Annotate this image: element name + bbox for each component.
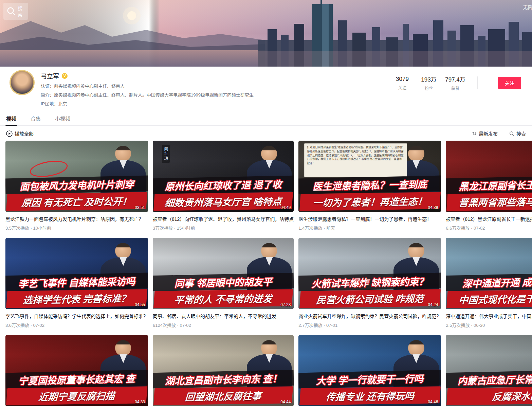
headline-line2: 一切为了患者！再造生态！ xyxy=(299,192,440,211)
video-duration: 04:55 xyxy=(135,302,145,307)
headline-line2: 反腐深水区 xyxy=(446,387,532,406)
headline-line1: 大学 学一行就要干一行吗 xyxy=(298,370,441,389)
video-thumbnail[interactable]: 深中通道开通 成于实干！ 中国式现代化是干出来的！ 03:29 xyxy=(446,238,532,309)
profile-banner: 搜索 无障碍 xyxy=(0,0,532,67)
tab-short-videos[interactable]: 小视频 xyxy=(54,112,71,125)
video-card[interactable]: 大学 学一行就要干一行吗 传播专业 还有得玩吗 04:46 大学报志愿，学一行就… xyxy=(298,335,441,407)
tab-videos[interactable]: 视频 xyxy=(5,112,17,125)
video-thumbnail[interactable]: 宁夏国投原董事长赵其宏 查 近期宁夏反腐扫描 04:33 xyxy=(5,335,148,406)
headline-line1: 医生泄患者隐私？一查到底 xyxy=(298,176,441,194)
video-duration: 03:51 xyxy=(135,205,145,210)
sort-icon xyxy=(472,131,477,136)
search-videos-button[interactable]: 搜索 xyxy=(509,130,526,137)
video-card[interactable]: 向红琼 原州长向红琼收了退 退了收 细数贵州落马女厅官 啥特点 04:49 被查… xyxy=(153,141,294,231)
video-card[interactable]: 李艺飞事件 自媒体能采访吗 选择学生代表 完善标准？ 04:55 李艺飞事件，自… xyxy=(5,238,148,328)
headline-line1: 面包被风力发电机叶片刺穿 xyxy=(5,176,148,194)
video-card[interactable]: 黑龙江原副省长王一新逮捕 晋黑两省那些落马的副部… 04:36 被查者（812）… xyxy=(446,141,532,231)
video-duration: 04:33 xyxy=(135,400,145,404)
video-thumbnail[interactable]: 大学 学一行就要干一行吗 传播专业 还有得玩吗 04:46 xyxy=(298,335,441,406)
headline-line2: 近期宁夏反腐扫描 xyxy=(6,386,147,405)
video-card[interactable]: 面包被风力发电机叶片刺穿 原因 有无死亡 及时公开！ 03:51 黑龙江铁力一面… xyxy=(5,141,148,231)
video-thumbnail[interactable]: 黑龙江原副省长王一新逮捕 晋黑两省那些落马的副部… 04:36 xyxy=(446,141,532,212)
headline-line1: 内蒙古应急厅长常志刚 被查 xyxy=(446,370,532,389)
headline-line1: 同事 邻居眼中的胡友平 xyxy=(153,273,294,291)
profile-name: 弓立军 xyxy=(41,71,59,80)
video-meta: 1.4万次播放 · 前天 xyxy=(298,225,441,231)
headline-line1: 深中通道开通 成于实干！ xyxy=(446,273,532,291)
profile-stats: 3079 关注 193万 粉丝 797.4万 获赞 xyxy=(389,75,469,91)
profile-header: 弓立军 V 认证：前央媒视频内参中心副主任、终审人 简介：原央媒视频内参中心副主… xyxy=(0,67,532,107)
video-card[interactable]: 同事 邻居眼中的胡友平 平常的人 不寻常的迸发 07:23 同事、邻居、友人眼中… xyxy=(153,238,294,328)
video-meta: 3.5万次播放 · 10小时前 xyxy=(5,225,148,231)
sort-latest-button[interactable]: 最新发布 xyxy=(472,130,498,137)
headline-line2: 回望湖北反腐往事 xyxy=(153,387,293,406)
video-title[interactable]: 医生涉嫌泄露患者隐私？一查到底！一切为了患者，再造生态！ xyxy=(298,215,441,222)
video-title[interactable]: 被查者（812）向红琼收了退、退了收，贵州落马女厅官们，啥特点 xyxy=(153,215,294,222)
video-title[interactable]: 黑龙江铁力一面包车被风力发电机叶片刺穿：啥原因，有无死亡？ xyxy=(5,215,148,222)
video-title[interactable]: 同事、邻居、友人眼中的胡友平：平常的人，不寻常的迸发 xyxy=(153,313,294,319)
ip-location-line: IP属地：北京 xyxy=(41,100,389,107)
search-icon xyxy=(509,131,514,136)
stat-following: 3079 关注 xyxy=(389,76,416,90)
video-thumbnail[interactable]: 火箭试车爆炸 缺钢索约束？ 民营火箭公司试验 咋规范 04:24 xyxy=(298,238,441,309)
video-title[interactable]: 深中通道开通：伟大事业成于实干，中国式现代化是干出来的！ xyxy=(446,313,532,319)
headline-line1: 李艺飞事件 自媒体能采访吗 xyxy=(5,273,148,291)
headline-line1: 原州长向红琼收了退 退了收 xyxy=(153,176,294,194)
verified-badge-icon: V xyxy=(62,73,68,79)
video-duration: 04:39 xyxy=(428,205,438,210)
video-card[interactable]: 深中通道开通 成于实干！ 中国式现代化是干出来的！ 03:29 深中通道开通：伟… xyxy=(446,238,532,328)
stats-divider xyxy=(477,76,478,89)
video-thumbnail[interactable]: 针对近日网传孙某新医生“泄露患者隐私”的问题，我院采取如下措施：1、立即暂停孙某… xyxy=(298,141,441,212)
video-card[interactable]: 针对近日网传孙某新医生“泄露患者隐私”的问题，我院采取如下措施：1、立即暂停孙某… xyxy=(298,141,441,231)
list-toolbar: 播放全部 最新发布 搜索 xyxy=(0,130,532,137)
video-thumbnail[interactable]: 面包被风力发电机叶片刺穿 原因 有无死亡 及时公开！ 03:51 xyxy=(5,141,148,212)
video-thumbnail[interactable]: 内蒙古应急厅长常志刚 被查 反腐深水区 02:39 xyxy=(446,335,532,406)
video-meta: 2.5万次播放 · 06-30 xyxy=(446,322,532,328)
headline-line1: 宁夏国投原董事长赵其宏 查 xyxy=(5,370,148,389)
bio-line: 简介：原央媒视频内参中心副主任、终审人、制片人。中国传媒大学电视学院1999级电… xyxy=(41,91,389,98)
search-box[interactable]: 搜索 xyxy=(3,3,28,20)
headline-line2: 原因 有无死亡 及时公开！ xyxy=(6,192,147,211)
video-meta: 3.6万次播放 · 07-02 xyxy=(5,322,148,328)
headline-line1: 黑龙江原副省长王一新逮捕 xyxy=(446,176,532,194)
avatar[interactable] xyxy=(10,70,35,95)
video-grid: 面包被风力发电机叶片刺穿 原因 有无死亡 及时公开！ 03:51 黑龙江铁力一面… xyxy=(5,141,527,407)
cityscape-banner-image xyxy=(0,0,532,67)
video-title[interactable]: 商业火箭试车升空爆炸，缺钢索约束？民营火箭公司试验，咋规范？ xyxy=(298,313,441,319)
video-duration: 07:23 xyxy=(280,302,291,307)
headline-line1: 湖北宜昌副市长李向东 查！ xyxy=(153,370,294,389)
video-title[interactable]: 被查者（812）黑龙江原副省长王一新逮捕，晋黑两省落马的副部... xyxy=(446,215,532,222)
video-card[interactable]: 内蒙古应急厅长常志刚 被查 反腐深水区 02:39 内蒙古自治区应急管理厅厅长常… xyxy=(446,335,532,407)
video-card[interactable]: 火箭试车爆炸 缺钢索约束？ 民营火箭公司试验 咋规范 04:24 商业火箭试车升… xyxy=(298,238,441,328)
video-thumbnail[interactable]: 李艺飞事件 自媒体能采访吗 选择学生代表 完善标准？ 04:55 xyxy=(5,238,148,309)
thumbnail-name-tag: 向红琼 xyxy=(162,145,170,163)
verification-line: 认证：前央媒视频内参中心副主任、终审人 xyxy=(41,83,389,89)
video-duration: 04:49 xyxy=(280,205,291,210)
headline-line2: 晋黑两省那些落马的副部… xyxy=(446,192,532,211)
headline-line2: 中国式现代化是干出来的！ xyxy=(446,289,532,308)
play-all-button[interactable]: 播放全部 xyxy=(6,130,34,137)
video-card[interactable]: 宁夏国投原董事长赵其宏 查 近期宁夏反腐扫描 04:33 被查者（811）宁夏国… xyxy=(5,335,148,407)
video-title[interactable]: 李艺飞事件，自媒体能采访吗？学生代表的选择上，如何完善标准？ xyxy=(5,313,148,319)
follow-button[interactable]: 关注 xyxy=(498,77,521,89)
video-thumbnail[interactable]: 向红琼 原州长向红琼收了退 退了收 细数贵州落马女厅官 啥特点 04:49 xyxy=(153,141,294,212)
video-duration: 04:46 xyxy=(428,400,438,404)
content-tabs: 视频 合集 小视频 xyxy=(0,112,532,126)
search-label: 搜索 xyxy=(18,5,23,18)
headline-line1: 火箭试车爆炸 缺钢索约束？ xyxy=(298,273,441,291)
stat-followers: 193万 粉丝 xyxy=(416,75,442,91)
tab-collections[interactable]: 合集 xyxy=(30,112,41,125)
accessibility-corner-label[interactable]: 无障碍 xyxy=(523,3,532,11)
headline-line2: 细数贵州落马女厅官 啥特点 xyxy=(153,192,293,211)
statement-document: 针对近日网传孙某新医生“泄露患者隐私”的问题，我院采取如下措施：1、立即暂停孙某… xyxy=(304,143,407,177)
video-duration: 04:44 xyxy=(280,400,291,404)
headline-line2: 民营火箭公司试验 咋规范 xyxy=(299,289,440,308)
video-thumbnail[interactable]: 湖北宜昌副市长李向东 查！ 回望湖北反腐往事 04:44 xyxy=(153,335,294,406)
video-card[interactable]: 湖北宜昌副市长李向东 查！ 回望湖北反腐往事 04:44 被查者（810）宜昌副… xyxy=(153,335,294,407)
video-thumbnail[interactable]: 同事 邻居眼中的胡友平 平常的人 不寻常的迸发 07:23 xyxy=(153,238,294,309)
video-meta: 6124次播放 · 07-02 xyxy=(153,322,294,328)
headline-line2: 选择学生代表 完善标准？ xyxy=(6,289,147,308)
headline-line2: 传播专业 还有得玩吗 xyxy=(299,386,440,405)
stat-likes: 797.4万 获赞 xyxy=(442,75,469,91)
headline-line2: 平常的人 不寻常的迸发 xyxy=(153,289,293,308)
